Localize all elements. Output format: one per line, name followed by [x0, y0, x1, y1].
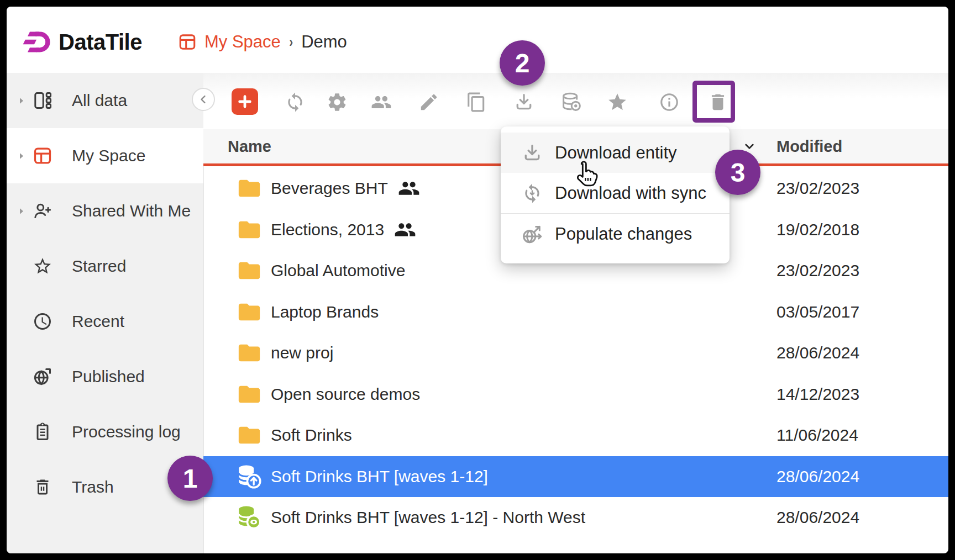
folder-icon — [237, 299, 262, 325]
menu-item-label: Populate changes — [555, 224, 692, 244]
data-view-button[interactable] — [560, 91, 583, 113]
download-button[interactable] — [513, 91, 535, 113]
edit-button[interactable] — [418, 91, 440, 113]
settings-button[interactable] — [326, 91, 348, 113]
toolbar — [203, 73, 948, 129]
breadcrumb: My Space › Demo — [178, 27, 347, 57]
collapse-sidebar-button[interactable] — [192, 88, 215, 111]
sidebar-item-published[interactable]: Published — [7, 349, 203, 404]
screenshot-frame: DataTile My Space › Demo All data My Spa… — [0, 0, 955, 560]
menu-item-populate-changes[interactable]: Populate changes — [501, 214, 730, 254]
hand-cursor-icon — [570, 160, 599, 189]
row-name: Beverages BHT — [271, 177, 420, 199]
table-row[interactable]: Soft Drinks 11/06/2024 — [203, 415, 948, 456]
folder-icon — [237, 176, 262, 201]
row-modified-date: 23/02/2023 — [776, 261, 859, 280]
sidebar-item-label: My Space — [72, 146, 145, 165]
caret-right-icon[interactable] — [17, 151, 26, 161]
annotation-step-3: 3 — [715, 150, 760, 195]
sync-icon — [285, 92, 306, 113]
app-logo[interactable]: DataTile — [22, 27, 142, 57]
globe-arrows-icon — [522, 224, 543, 245]
people-icon — [371, 92, 392, 113]
pencil-icon — [418, 92, 439, 113]
table-row[interactable]: new proj 28/06/2024 — [203, 332, 948, 374]
column-header-modified[interactable]: Modified — [776, 129, 842, 163]
caret-right-icon[interactable] — [17, 207, 26, 216]
annotation-highlight-box — [692, 81, 735, 123]
download-icon — [513, 92, 534, 113]
sync-arrows-icon — [522, 183, 543, 204]
sidebar-item-label: Published — [72, 367, 145, 386]
add-button[interactable] — [232, 88, 258, 115]
sidebar-item-recent[interactable]: Recent — [7, 294, 203, 349]
app-title: DataTile — [59, 30, 142, 55]
row-modified-date: 14/12/2023 — [776, 385, 859, 404]
app-header: DataTile My Space › Demo — [7, 7, 948, 73]
info-button[interactable] — [658, 91, 680, 113]
sidebar-item-label: All data — [72, 91, 127, 110]
folder-icon — [237, 382, 262, 407]
caret-right-icon[interactable] — [17, 96, 26, 105]
copy-icon — [466, 92, 487, 113]
column-header-name[interactable]: Name — [228, 129, 271, 163]
duplicate-button[interactable] — [465, 91, 487, 113]
row-modified-date: 28/06/2024 — [776, 344, 859, 362]
row-modified-date: 03/05/2017 — [776, 303, 859, 321]
clipboard-icon — [33, 422, 53, 442]
row-name: Soft Drinks — [271, 426, 352, 445]
plus-icon — [236, 93, 254, 110]
datatile-logo-icon — [22, 29, 52, 55]
star-filled-icon — [607, 92, 628, 113]
menu-item-download-entity[interactable]: Download entity — [501, 133, 730, 173]
sidebar-item-label: Shared With Me — [72, 202, 191, 220]
download-context-menu: Download entity Download with sync Popul… — [501, 126, 730, 263]
sidebar-item-label: Trash — [72, 478, 114, 496]
breadcrumb-root[interactable]: My Space — [204, 32, 281, 52]
row-name: new proj — [271, 344, 333, 362]
table-row[interactable]: Soft Drinks BHT [waves 1-12] - North Wes… — [203, 497, 948, 538]
row-name: Laptop Brands — [271, 303, 379, 321]
sidebar-item-label: Recent — [72, 312, 124, 331]
row-name: Soft Drinks BHT [waves 1-12] — [271, 467, 488, 486]
database-eye-icon — [237, 505, 262, 530]
sidebar-item-processing-log[interactable]: Processing log — [7, 404, 203, 459]
favorite-button[interactable] — [606, 91, 628, 113]
row-name: Open source demos — [271, 385, 420, 404]
share-button[interactable] — [370, 91, 392, 113]
row-modified-date: 11/06/2024 — [776, 426, 858, 445]
annotation-step-1: 1 — [167, 456, 213, 501]
shared-people-icon — [394, 219, 416, 241]
star-icon — [33, 256, 53, 276]
app-window: DataTile My Space › Demo All data My Spa… — [7, 7, 948, 553]
row-name: Soft Drinks BHT [waves 1-12] - North Wes… — [271, 508, 585, 527]
download-icon — [522, 142, 543, 163]
folder-icon — [237, 340, 262, 366]
my-space-icon — [178, 33, 197, 51]
menu-item-download-with-sync[interactable]: Download with sync — [501, 173, 730, 213]
gear-icon — [327, 92, 348, 113]
breadcrumb-current: Demo — [301, 32, 347, 52]
sidebar-item-starred[interactable]: Starred — [7, 239, 203, 294]
sidebar-item-label: Processing log — [72, 422, 181, 441]
sidebar-item-label: Starred — [72, 257, 126, 276]
sidebar-item-shared-with-me[interactable]: Shared With Me — [7, 183, 203, 239]
row-modified-date: 28/06/2024 — [776, 508, 859, 527]
database-eye-icon — [561, 92, 582, 113]
refresh-button[interactable] — [284, 91, 306, 113]
table-row[interactable]: Laptop Brands 03/05/2017 — [203, 292, 948, 333]
folder-icon — [237, 217, 262, 242]
row-modified-date: 19/02/2018 — [776, 220, 859, 239]
breadcrumb-separator-icon: › — [289, 33, 293, 51]
row-modified-date: 28/06/2024 — [776, 467, 859, 486]
folder-icon — [237, 258, 262, 283]
sidebar-item-my-space[interactable]: My Space — [7, 128, 203, 183]
shared-people-icon — [398, 177, 420, 199]
table-row-selected[interactable]: Soft Drinks BHT [waves 1-12] 28/06/2024 — [203, 456, 948, 498]
row-name: Elections, 2013 — [271, 219, 416, 241]
globe-icon — [33, 367, 53, 387]
sidebar-item-all-data[interactable]: All data — [7, 73, 203, 128]
my-space-icon — [33, 146, 53, 166]
annotation-step-2: 2 — [500, 40, 545, 86]
table-row[interactable]: Open source demos 14/12/2023 — [203, 374, 948, 415]
